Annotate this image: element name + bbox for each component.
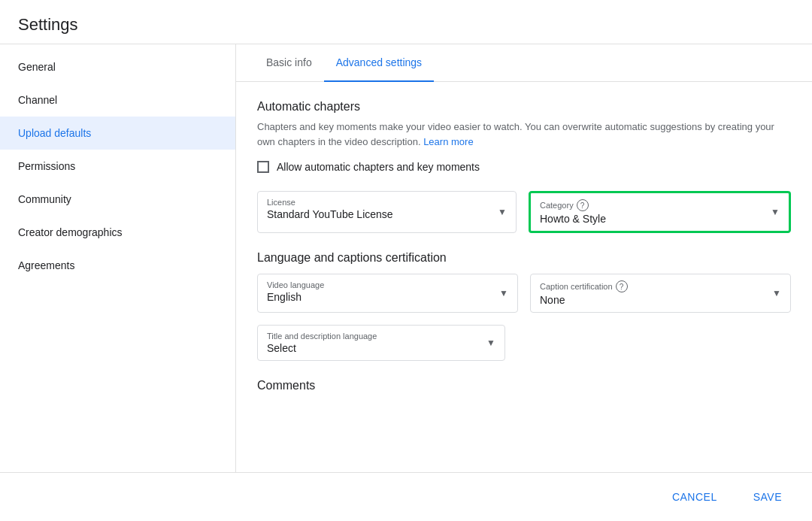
category-value: Howto & Style <box>540 213 780 225</box>
category-help-icon[interactable]: ? <box>577 199 589 211</box>
tab-basic-info[interactable]: Basic info <box>254 44 324 82</box>
caption-certification-value: None <box>540 294 781 306</box>
title-desc-language-chevron-icon: ▼ <box>486 338 495 348</box>
video-language-value: English <box>267 291 508 303</box>
caption-certification-label: Caption certification ? <box>540 280 781 292</box>
title-desc-language-wrapper: Title and description language Select ▼ <box>257 325 505 361</box>
automatic-chapters-checkbox-row: Allow automatic chapters and key moments <box>257 161 791 173</box>
comments-title: Comments <box>257 379 791 392</box>
language-captions-row: Video language English ▼ Caption certifi… <box>257 274 791 313</box>
page-title: Settings <box>18 15 794 35</box>
main-content: General Channel Upload defaults Permissi… <box>0 44 812 472</box>
sidebar-item-upload-defaults[interactable]: Upload defaults <box>0 117 235 150</box>
license-chevron-icon: ▼ <box>498 207 507 217</box>
sidebar-item-community[interactable]: Community <box>0 183 235 216</box>
caption-help-icon[interactable]: ? <box>616 280 628 292</box>
title-desc-language-label: Title and description language <box>267 332 495 341</box>
tabs-bar: Basic info Advanced settings <box>236 44 812 82</box>
license-value: Standard YouTube License <box>267 208 507 220</box>
sidebar-item-general[interactable]: General <box>0 50 235 83</box>
app-container: Settings General Channel Upload defaults… <box>0 0 812 521</box>
advanced-settings-content: Automatic chapters Chapters and key mome… <box>236 82 812 416</box>
category-label: Category ? <box>540 199 780 211</box>
title-desc-language-dropdown[interactable]: Title and description language Select ▼ <box>257 325 505 361</box>
video-language-dropdown[interactable]: Video language English ▼ <box>257 274 518 313</box>
license-category-row: License Standard YouTube License ▼ Categ… <box>257 191 791 233</box>
comments-section: Comments <box>257 379 791 392</box>
automatic-chapters-section: Automatic chapters Chapters and key mome… <box>257 100 791 233</box>
cancel-button[interactable]: CANCEL <box>660 485 729 509</box>
caption-certification-dropdown[interactable]: Caption certification ? None ▼ <box>530 274 791 313</box>
title-desc-language-value: Select <box>267 342 495 354</box>
category-dropdown[interactable]: Category ? Howto & Style ▼ <box>529 191 791 233</box>
footer: CANCEL SAVE <box>0 472 812 521</box>
sidebar-item-agreements[interactable]: Agreements <box>0 249 235 282</box>
caption-certification-chevron-icon: ▼ <box>772 288 781 298</box>
content-area: Basic info Advanced settings Automatic c… <box>236 44 812 472</box>
license-label: License <box>267 198 507 207</box>
save-button[interactable]: SAVE <box>741 485 794 509</box>
automatic-chapters-desc-text: Chapters and key moments make your video… <box>257 121 774 147</box>
automatic-chapters-checkbox[interactable] <box>257 161 269 173</box>
video-language-label: Video language <box>267 280 508 289</box>
video-language-chevron-icon: ▼ <box>499 288 508 298</box>
language-captions-title: Language and captions certification <box>257 251 791 265</box>
learn-more-link[interactable]: Learn more <box>423 136 473 147</box>
automatic-chapters-checkbox-label: Allow automatic chapters and key moments <box>277 161 480 173</box>
language-captions-section: Language and captions certification Vide… <box>257 251 791 361</box>
sidebar-item-channel[interactable]: Channel <box>0 83 235 117</box>
automatic-chapters-title: Automatic chapters <box>257 100 791 114</box>
header: Settings <box>0 0 812 44</box>
sidebar: General Channel Upload defaults Permissi… <box>0 44 236 472</box>
category-chevron-icon: ▼ <box>771 207 780 217</box>
license-dropdown[interactable]: License Standard YouTube License ▼ <box>257 191 517 233</box>
automatic-chapters-desc: Chapters and key moments make your video… <box>257 120 791 149</box>
sidebar-item-permissions[interactable]: Permissions <box>0 150 235 183</box>
sidebar-item-creator-demographics[interactable]: Creator demographics <box>0 216 235 249</box>
tab-advanced-settings[interactable]: Advanced settings <box>324 44 434 82</box>
